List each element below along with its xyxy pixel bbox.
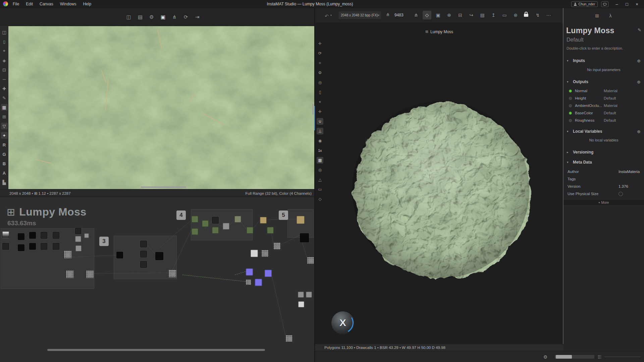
menu-canvas[interactable]: Canvas <box>36 0 57 8</box>
target-icon[interactable]: ⌖ <box>317 99 323 105</box>
tools-icon[interactable]: ⊛ <box>511 11 520 19</box>
graph-node-purple[interactable] <box>265 270 272 277</box>
node-preview-icon[interactable]: ⋔ <box>170 13 178 21</box>
graph-node-tan[interactable] <box>260 217 267 224</box>
bottom-slider[interactable] <box>555 355 594 359</box>
graph-node-white[interactable] <box>251 250 258 257</box>
share-icon[interactable]: ↪ <box>467 11 476 19</box>
graph-node-black[interactable] <box>18 233 24 240</box>
bolt-icon[interactable]: ↯ <box>533 11 542 19</box>
graph-node-noise[interactable] <box>66 270 74 278</box>
grid-icon[interactable]: ⊞ <box>1 113 8 120</box>
graph-node-black[interactable] <box>29 232 36 239</box>
graph-node-dark[interactable] <box>41 243 47 250</box>
frame-badge-3[interactable]: 3 <box>99 237 109 246</box>
graph-node-dark[interactable] <box>140 261 147 268</box>
graph-node-dark[interactable] <box>140 251 147 257</box>
meta-row[interactable]: Use Physical Size <box>564 190 644 197</box>
settings-icon[interactable]: ⚙ <box>317 69 323 76</box>
section-outputs[interactable]: ▾ Outputs ⊕ <box>564 77 644 86</box>
import-icon[interactable]: ⊟ <box>456 11 465 19</box>
graph-node-green[interactable] <box>192 216 198 223</box>
output-value[interactable]: Default <box>604 96 616 100</box>
graph-node-gray[interactable] <box>84 233 89 238</box>
fit-view-icon[interactable]: ⊡ <box>1 66 8 73</box>
channel-g-button[interactable]: G <box>1 151 8 158</box>
material-sphere-preview[interactable] <box>347 96 535 284</box>
export-icon[interactable]: ⇥ <box>193 13 201 21</box>
console-icon[interactable]: ▭ <box>500 11 509 19</box>
paint-icon[interactable]: ✎ <box>1 95 8 101</box>
feedback-button[interactable] <box>601 1 608 7</box>
graph-node-dark[interactable] <box>41 232 47 239</box>
output-value[interactable]: Material <box>604 89 618 93</box>
zoom-1x-label[interactable]: 1x <box>317 147 323 154</box>
cube-view-icon[interactable]: ◇ <box>423 11 431 19</box>
wireframe-icon[interactable]: △ <box>317 176 323 183</box>
left-center-divider[interactable] <box>314 8 315 362</box>
graph-node-green[interactable] <box>247 227 253 234</box>
graph-node-noise[interactable] <box>64 250 72 258</box>
add-local-variable-button[interactable]: ⊕ <box>637 129 641 134</box>
output-row[interactable]: RoughnessDefault <box>564 117 644 124</box>
section-inputs[interactable]: ▾ Inputs ⊕ <box>564 56 644 65</box>
graph-node-white[interactable] <box>298 301 304 307</box>
center-right-divider[interactable] <box>563 8 564 351</box>
layers-icon[interactable]: ▤ <box>478 11 487 19</box>
menu-help[interactable]: Help <box>79 0 95 8</box>
section-meta-data[interactable]: ▾ Meta Data <box>564 158 644 167</box>
material-grid-icon[interactable]: ▦ <box>317 157 323 164</box>
texture-horizontal-scrollbar[interactable] <box>141 186 186 188</box>
graph-node-gray[interactable] <box>75 236 81 242</box>
more-icon[interactable]: ⋯ <box>544 11 553 19</box>
minimize-button[interactable]: – <box>612 0 622 8</box>
node-graph-canvas[interactable]: ⊞ Lumpy Moss 633.63ms 345 <box>0 197 314 362</box>
graph-node-black[interactable] <box>116 252 123 258</box>
image-view-icon[interactable]: ▣ <box>159 13 167 21</box>
graph-node-purple[interactable] <box>246 268 253 276</box>
maximize-button[interactable]: □ <box>622 0 632 8</box>
texture-vertical-scrollbar[interactable] <box>312 104 314 115</box>
meta-row[interactable]: AuthorInstaMateria <box>564 168 644 175</box>
display-icon[interactable]: ▭ <box>317 186 323 193</box>
graph-node-black[interactable] <box>18 244 24 251</box>
channel-b-button[interactable]: B <box>1 160 8 167</box>
add-input-button[interactable]: ⊕ <box>637 58 641 63</box>
graph-node-purple[interactable] <box>255 279 262 286</box>
graph-node-dark[interactable] <box>2 243 9 250</box>
output-value[interactable]: Default <box>604 111 616 115</box>
node-frame[interactable] <box>191 209 253 240</box>
transform-icon[interactable]: ◈ <box>1 57 8 64</box>
lambda-icon[interactable]: λ <box>607 12 614 19</box>
meta-row[interactable]: Version1.376 <box>564 183 644 190</box>
frame-badge-4[interactable]: 4 <box>176 210 186 220</box>
physical-size-toggle[interactable] <box>619 192 623 196</box>
add-element-icon[interactable]: ⊕ <box>445 11 453 19</box>
tile-preview-icon[interactable]: ▦ <box>1 104 8 111</box>
lock-icon[interactable] <box>522 11 531 19</box>
graph-node-sage[interactable] <box>234 216 241 223</box>
meta-value[interactable]: InstaMateria <box>619 170 640 174</box>
graph-node-grad[interactable] <box>2 231 9 238</box>
clipboard-icon[interactable]: ▯ <box>317 89 323 96</box>
graph-node-noise[interactable] <box>168 269 176 278</box>
rename-pencil-icon[interactable]: ✎ <box>638 27 641 33</box>
graph-node-noise[interactable] <box>307 257 314 264</box>
output-row[interactable]: NormalMaterial <box>564 87 644 95</box>
graph-node-green[interactable] <box>212 227 219 234</box>
graph-node-dark[interactable] <box>212 217 219 224</box>
meta-value[interactable]: 1.376 <box>619 184 628 188</box>
screenshot-icon[interactable]: ◎ <box>317 167 323 173</box>
ground-plane-icon[interactable]: ⊥ <box>317 128 323 134</box>
graph-node-noise[interactable] <box>261 250 269 257</box>
section-versioning[interactable]: ▸ Versioning <box>564 148 644 157</box>
graph-node-gray[interactable] <box>223 223 229 230</box>
meta-row[interactable]: Tags <box>564 175 644 183</box>
description-placeholder[interactable]: Double-click to enter a description. <box>567 46 623 50</box>
graph-horizontal-scrollbar[interactable] <box>47 349 265 351</box>
add-output-button[interactable]: ⊕ <box>637 79 641 84</box>
channel-a-button[interactable]: A <box>1 170 8 176</box>
clipboard-icon[interactable]: ▯ <box>1 38 8 45</box>
menu-file[interactable]: File <box>9 0 22 8</box>
magnet-icon[interactable]: ∪ <box>317 118 323 125</box>
